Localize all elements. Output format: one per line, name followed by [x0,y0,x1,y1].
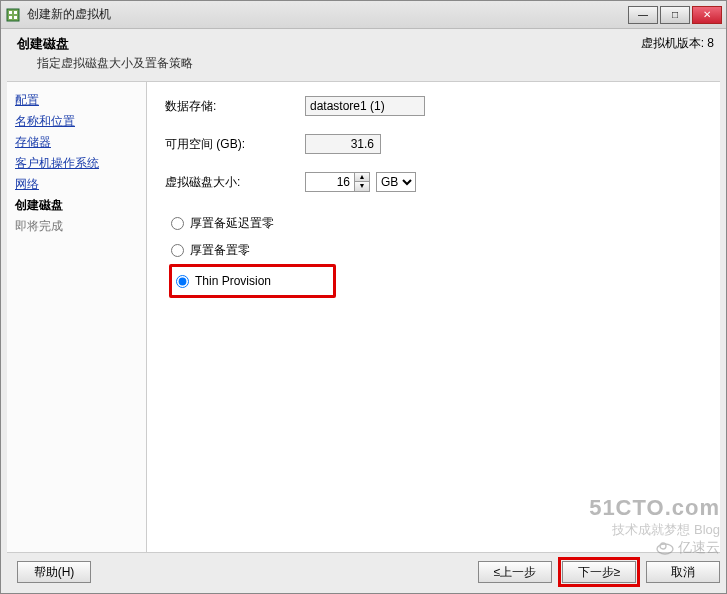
radio-thin-provision-input[interactable] [176,275,189,288]
radio-thick-lazy-label: 厚置备延迟置零 [190,215,274,232]
cancel-button[interactable]: 取消 [646,561,720,583]
sidebar-item-name-location[interactable]: 名称和位置 [13,111,140,132]
page-subtitle: 指定虚拟磁盘大小及置备策略 [17,55,193,72]
sidebar-item-create-disk: 创建磁盘 [13,195,140,216]
highlight-box: Thin Provision [169,264,336,298]
svg-rect-1 [9,11,12,14]
vm-version-label: 虚拟机版本: 8 [641,35,714,52]
svg-rect-4 [14,16,17,19]
datastore-value: datastore1 (1) [305,96,425,116]
wizard-steps: 配置 名称和位置 存储器 客户机操作系统 网络 创建磁盘 即将完成 [7,82,147,552]
radio-thick-eager[interactable]: 厚置备置零 [169,237,702,264]
radio-thin-provision[interactable]: Thin Provision [174,269,273,293]
sidebar-item-ready: 即将完成 [13,216,140,237]
next-button[interactable]: 下一步≥ [562,561,636,583]
svg-rect-0 [7,9,19,21]
svg-rect-2 [14,11,17,14]
close-button[interactable]: ✕ [692,6,722,24]
dialog-window: 创建新的虚拟机 — □ ✕ 创建磁盘 指定虚拟磁盘大小及置备策略 虚拟机版本: … [0,0,727,594]
help-button[interactable]: 帮助(H) [17,561,91,583]
svg-rect-3 [9,16,12,19]
footer-bar: 帮助(H) ≤上一步 下一步≥ 取消 [7,557,720,587]
sidebar-item-guest-os[interactable]: 客户机操作系统 [13,153,140,174]
next-highlight: 下一步≥ [558,557,640,587]
radio-thin-provision-label: Thin Provision [195,274,271,288]
back-button[interactable]: ≤上一步 [478,561,552,583]
radio-thick-lazy-input[interactable] [171,217,184,230]
sidebar-item-config[interactable]: 配置 [13,90,140,111]
maximize-button[interactable]: □ [660,6,690,24]
disksize-spinner[interactable]: ▲ ▼ [305,172,370,192]
disksize-label: 虚拟磁盘大小: [165,174,305,191]
form-panel: 数据存储: datastore1 (1) 可用空间 (GB): 31.6 虚拟磁… [147,82,720,552]
disksize-input[interactable] [305,172,355,192]
app-icon [5,7,21,23]
spinner-up-icon[interactable]: ▲ [355,173,369,182]
page-title: 创建磁盘 [17,35,716,53]
sidebar-item-storage[interactable]: 存储器 [13,132,140,153]
content-area: 配置 名称和位置 存储器 客户机操作系统 网络 创建磁盘 即将完成 数据存储: … [7,81,720,553]
disksize-unit-select[interactable]: GB [376,172,416,192]
window-title: 创建新的虚拟机 [27,6,628,23]
datastore-label: 数据存储: [165,98,305,115]
page-header: 创建磁盘 指定虚拟磁盘大小及置备策略 虚拟机版本: 8 [1,29,726,82]
freespace-value: 31.6 [305,134,381,154]
sidebar-item-network[interactable]: 网络 [13,174,140,195]
titlebar: 创建新的虚拟机 — □ ✕ [1,1,726,29]
minimize-button[interactable]: — [628,6,658,24]
provision-radios: 厚置备延迟置零 厚置备置零 Thin Provision [169,210,702,298]
freespace-label: 可用空间 (GB): [165,136,305,153]
radio-thick-eager-input[interactable] [171,244,184,257]
radio-thick-lazy[interactable]: 厚置备延迟置零 [169,210,702,237]
spinner-down-icon[interactable]: ▼ [355,182,369,191]
window-controls: — □ ✕ [628,6,722,24]
radio-thick-eager-label: 厚置备置零 [190,242,250,259]
